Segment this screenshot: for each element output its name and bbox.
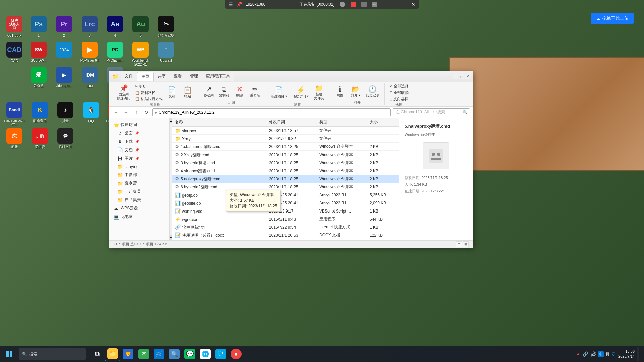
file-row[interactable]: ⚙4.singbox翻墙.cmd 2023/11/1 18:25 Windows…: [172, 167, 399, 175]
upload-button[interactable]: ☁ 拖拽至此上传: [591, 13, 634, 24]
delete-button[interactable]: ✕ 删除: [232, 84, 247, 99]
refresh-button[interactable]: ↻: [142, 108, 150, 116]
address-path-bar[interactable]: ▸ Chrome119_AllNew_2023.11.2: [152, 108, 391, 116]
sidebar-item-xialing[interactable]: 📁 夏令营: [109, 179, 169, 187]
desktop-icon-2024[interactable]: 2024: [52, 40, 76, 68]
cut-button[interactable]: ✂ 剪切: [133, 84, 164, 89]
file-row[interactable]: 📁Xray 2024/1/24 9:32 文件夹: [172, 135, 399, 143]
file-row[interactable]: 📊geosite.db 2023/9/25 20:41 Ansys 2022 R…: [172, 199, 399, 207]
taskbar-icon-wechat[interactable]: 💬: [182, 347, 197, 361]
desktop-icon-jianying[interactable]: ✂ 剪映专业版: [154, 15, 178, 39]
desktop-icon-ae[interactable]: Ae 4: [103, 15, 127, 39]
up-button[interactable]: ↑: [132, 108, 140, 116]
desktop-icon-weixin[interactable]: 💬 临时文件: [54, 127, 77, 150]
back-button[interactable]: ←: [112, 108, 120, 116]
file-row[interactable]: ⚙1.clash.meta翻墙.cmd 2023/11/1 18:25 Wind…: [172, 143, 399, 151]
desktop-icon-douyin[interactable]: ♪ 抖音: [54, 101, 77, 128]
desktop-icon-bandicam[interactable]: Bandi Bandicam 2024-07...: [3, 101, 26, 128]
tray-volume[interactable]: 🔊: [590, 351, 596, 357]
sidebar-item-yiqi[interactable]: 📁 一起臭美: [109, 187, 169, 196]
sidebar-item-downloads[interactable]: ⬇ 下载 📌: [109, 137, 169, 146]
path-segment[interactable]: Chrome119_AllNew_2023.11.2: [159, 110, 215, 115]
sidebar-item-ziji[interactable]: 📁 自己臭美: [109, 196, 169, 204]
file-row[interactable]: 📝使用说明（必看）.docx 2023/11/1 20:53 DOCX 文档 1…: [172, 231, 399, 239]
copy-path-button[interactable]: 📋 复制路径: [133, 90, 164, 96]
file-row[interactable]: ⚙3.hysteria翻墙.cmd 2023/11/1 18:25 Window…: [172, 159, 399, 167]
desktop-icon-pinduoduo[interactable]: 拼购 爱进货: [28, 127, 52, 150]
file-row[interactable]: 📝waiting.vbs 2018/1/3 9:17 VBScript Scri…: [172, 207, 399, 215]
history-button[interactable]: 🕐 历史记录: [364, 84, 382, 99]
sidebar-item-quickaccess[interactable]: ⭐ 快速访问: [109, 121, 169, 129]
select-all-button[interactable]: ☑ 全部选择: [388, 83, 410, 89]
taskbar-icon-email[interactable]: ✉: [136, 347, 151, 361]
tab-manage[interactable]: 管理: [186, 72, 202, 81]
sidebar-item-zhongyingbu[interactable]: 📁 中影部: [109, 171, 169, 179]
tray-360[interactable]: 🛡: [611, 351, 616, 357]
show-desktop-button[interactable]: [637, 347, 639, 361]
header-name[interactable]: 名称: [172, 119, 266, 125]
start-button[interactable]: [1, 346, 17, 362]
copy-to-button[interactable]: ⧉ 复制到: [217, 84, 231, 99]
move-to-button[interactable]: ↗ 移动到: [201, 84, 216, 99]
pin-to-quick-access-button[interactable]: 📌 固定到快速访问: [115, 83, 133, 102]
header-date[interactable]: 修改日期: [266, 119, 317, 125]
forward-button[interactable]: →: [122, 108, 130, 116]
copy-button[interactable]: 📄 复制: [165, 85, 179, 100]
sidebar-scroll-up[interactable]: ▲: [170, 118, 172, 123]
easy-access-button[interactable]: ⚡ 轻松访问 ▾: [290, 85, 311, 100]
rename-button[interactable]: ✏ 重命名: [248, 84, 262, 99]
tray-keyboard-cn[interactable]: 中: [598, 351, 604, 357]
desktop-icon-pr[interactable]: Pr 2: [52, 15, 76, 39]
invert-select-button[interactable]: ⊟ 反向选择: [388, 96, 410, 102]
desktop-icon-workbench[interactable]: WB Workbench 2022 R1: [129, 40, 152, 68]
file-row[interactable]: 📊geoip.db 2023/9/25 20:41 Ansys 2022 R1 …: [172, 191, 399, 199]
desktop-icon-huya[interactable]: 虎 虎牙: [3, 127, 26, 150]
desktop-icon-potplayer[interactable]: ▶ PoPlayer 64: [78, 40, 101, 68]
tab-home[interactable]: 主页: [137, 72, 154, 81]
desktop-icon-video[interactable]: ▶ video-pro...: [52, 66, 76, 90]
sidebar-item-desktop[interactable]: 🖥 桌面 📌: [109, 129, 169, 137]
maximize-button[interactable]: □: [459, 74, 464, 79]
sidebar-item-jianying[interactable]: 📁 jianying: [109, 163, 169, 171]
sidebar-scroll-down[interactable]: ▼: [170, 235, 172, 240]
taskbar-clock[interactable]: 16:56 2023/7/14: [618, 349, 635, 359]
selected-file-row[interactable]: ⚙5.naiveproxy翻墙.cmd 2023/11/1 18:25 Wind…: [172, 175, 399, 183]
desktop-icon-idm[interactable]: IDM IDM: [78, 66, 101, 90]
desktop-icon-pptx[interactable]: 研讲演练入口 001.pptx: [3, 15, 26, 39]
list-view-button[interactable]: ≡: [456, 241, 462, 247]
new-item-button[interactable]: 📄 新建项目 ▾: [269, 85, 289, 100]
tray-up-arrow[interactable]: 🔺: [576, 352, 581, 356]
new-folder-button[interactable]: 📁 新建文件夹: [312, 83, 326, 102]
close-recording-button[interactable]: ✕: [411, 2, 415, 7]
header-size[interactable]: 大小: [367, 119, 394, 125]
detail-view-button[interactable]: ⊞: [463, 241, 469, 247]
tray-input-zh[interactable]: 拼: [606, 352, 609, 357]
pen-button[interactable]: ✏: [372, 2, 377, 7]
desktop-icon-pycharm[interactable]: PC PyCharm...: [103, 40, 127, 68]
taskbar-icon-task-view[interactable]: ⧉: [90, 347, 105, 361]
tray-network[interactable]: 🔗: [583, 351, 588, 357]
taskbar-icon-recording[interactable]: ●: [229, 347, 244, 361]
tab-file[interactable]: 文件: [121, 72, 137, 81]
taskbar-icon-store[interactable]: 🛒: [152, 347, 166, 361]
taskbar-icon-chrome[interactable]: 🌐: [198, 347, 213, 361]
open-button[interactable]: 📂 打开 ▾: [348, 84, 363, 99]
pause-button[interactable]: [340, 2, 345, 7]
tab-share[interactable]: 共享: [154, 72, 170, 81]
file-row[interactable]: ⚙2.Xray翻墙.cmd 2023/11/1 18:25 Windows 命令…: [172, 151, 399, 159]
header-type[interactable]: 类型: [317, 119, 367, 125]
menu-icon[interactable]: ☰: [229, 2, 233, 7]
file-row[interactable]: ⚙6.hysteria2翻墙.cmd 2023/11/1 18:25 Windo…: [172, 183, 399, 191]
taskbar-icon-360[interactable]: 🛡: [213, 347, 228, 361]
paste-shortcut-button[interactable]: 📋 粘贴快捷方式: [133, 96, 164, 102]
desktop-icon-ps[interactable]: Ps 1: [27, 15, 50, 39]
deselect-all-button[interactable]: ☐ 全部取消: [388, 90, 410, 96]
stop-button[interactable]: [351, 2, 356, 7]
close-button[interactable]: ✕: [465, 74, 470, 79]
file-row[interactable]: ⚡wget.exe 2015/5/11 9:48 应用程序 544 KB: [172, 215, 399, 223]
desktop-icon-iqiyi[interactable]: 爱 爱奇艺: [27, 66, 50, 90]
pin-icon[interactable]: 📌: [236, 2, 242, 7]
taskbar-icon-browser[interactable]: 🦁: [121, 347, 136, 361]
properties-button[interactable]: ℹ 属性: [333, 84, 347, 99]
desktop-icon-upscayl[interactable]: ↑ Upscayl: [154, 40, 178, 68]
